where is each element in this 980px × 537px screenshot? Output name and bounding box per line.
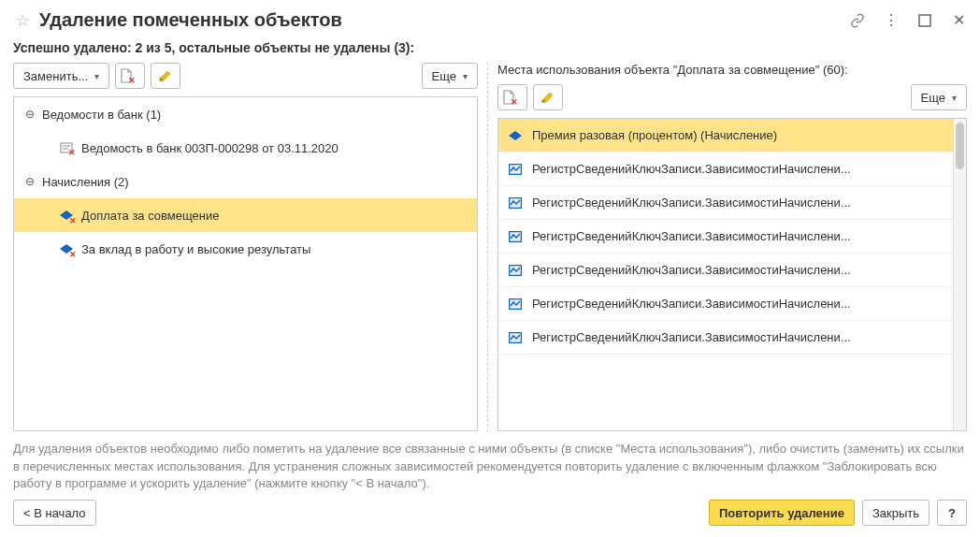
register-icon bbox=[508, 196, 523, 210]
more-button-left[interactable]: Еще bbox=[422, 63, 478, 89]
help-button[interactable]: ? bbox=[937, 500, 967, 526]
close-icon[interactable]: ✕ bbox=[950, 12, 967, 29]
tree-item-label: За вклад в работу и высокие результаты bbox=[81, 242, 310, 256]
repeat-delete-button[interactable]: Повторить удаление bbox=[709, 500, 855, 526]
tree-group-label: Начисления (2) bbox=[42, 175, 129, 189]
info-text: Для удаления объектов необходимо либо по… bbox=[13, 441, 967, 492]
usage-row[interactable]: РегистрСведенийКлючЗаписи.ЗависимостиНач… bbox=[498, 152, 953, 186]
accrual-marked-icon bbox=[59, 241, 74, 256]
tree-item-label: Доплата за совмещение bbox=[81, 209, 219, 223]
usage-row[interactable]: РегистрСведенийКлючЗаписи.ЗависимостиНач… bbox=[498, 186, 953, 220]
status-text: Успешно удалено: 2 из 5, остальные объек… bbox=[13, 40, 967, 55]
tree-item-bank-doc[interactable]: Ведомость в банк 003П-000298 от 03.11.20… bbox=[14, 131, 477, 165]
accrual-marked-icon bbox=[59, 208, 74, 223]
edit-button-right[interactable] bbox=[533, 84, 563, 110]
tree-group-label: Ведомости в банк (1) bbox=[42, 108, 161, 122]
tree-group-accruals[interactable]: ⊖ Начисления (2) bbox=[14, 165, 477, 198]
usage-header: Места использования объекта "Доплата за … bbox=[497, 63, 967, 77]
edit-button[interactable] bbox=[151, 63, 180, 89]
usage-row[interactable]: РегистрСведенийКлючЗаписи.ЗависимостиНач… bbox=[498, 287, 953, 321]
page-title: Удаление помеченных объектов bbox=[39, 9, 849, 31]
tree-group-bank[interactable]: ⊖ Ведомости в банк (1) bbox=[14, 97, 477, 131]
replace-button[interactable]: Заменить... bbox=[13, 63, 109, 89]
kebab-menu-icon[interactable]: ⋮ bbox=[883, 12, 900, 29]
document-marked-icon bbox=[59, 140, 74, 155]
usage-label: Премия разовая (процентом) (Начисление) bbox=[532, 128, 944, 142]
svg-rect-1 bbox=[61, 143, 72, 152]
maximize-icon[interactable] bbox=[916, 12, 933, 29]
scrollbar-thumb[interactable] bbox=[956, 123, 964, 169]
usage-row[interactable]: РегистрСведенийКлючЗаписи.ЗависимостиНач… bbox=[498, 321, 953, 355]
usage-row[interactable]: Премия разовая (процентом) (Начисление) bbox=[498, 119, 953, 152]
usage-row[interactable]: РегистрСведенийКлючЗаписи.ЗависимостиНач… bbox=[498, 220, 953, 254]
usage-row[interactable]: РегистрСведенийКлючЗаписи.ЗависимостиНач… bbox=[498, 254, 953, 287]
link-icon[interactable] bbox=[849, 12, 866, 29]
more-button-right[interactable]: Еще bbox=[911, 84, 967, 110]
register-icon bbox=[508, 297, 523, 312]
delete-mark-button[interactable] bbox=[115, 63, 145, 89]
collapse-icon[interactable]: ⊖ bbox=[23, 108, 36, 121]
back-button[interactable]: < В начало bbox=[13, 500, 96, 526]
document-delete-icon bbox=[501, 90, 516, 105]
usage-label: РегистрСведенийКлючЗаписи.ЗависимостиНач… bbox=[532, 263, 944, 277]
scrollbar[interactable] bbox=[953, 119, 966, 430]
right-pane: Места использования объекта "Доплата за … bbox=[488, 63, 967, 431]
tree-item-label: Ведомость в банк 003П-000298 от 03.11.20… bbox=[81, 141, 339, 155]
tree-item-accrual-2[interactable]: За вклад в работу и высокие результаты bbox=[14, 232, 477, 266]
register-icon bbox=[508, 330, 523, 345]
register-icon bbox=[508, 162, 523, 177]
usage-label: РегистрСведенийКлючЗаписи.ЗависимостиНач… bbox=[532, 196, 944, 210]
objects-tree[interactable]: ⊖ Ведомости в банк (1) Ведомость в банк … bbox=[13, 96, 478, 431]
register-icon bbox=[508, 263, 523, 278]
document-delete-icon bbox=[119, 68, 134, 83]
accrual-icon bbox=[508, 128, 523, 143]
collapse-icon[interactable]: ⊖ bbox=[23, 175, 36, 188]
favorite-star-icon[interactable]: ☆ bbox=[13, 11, 32, 30]
register-icon bbox=[508, 229, 523, 244]
tree-item-accrual-1[interactable]: Доплата за совмещение bbox=[14, 198, 477, 232]
svg-rect-0 bbox=[919, 15, 930, 26]
usage-label: РегистрСведенийКлючЗаписи.ЗависимостиНач… bbox=[532, 330, 944, 344]
delete-mark-button-right[interactable] bbox=[497, 84, 527, 110]
usage-list[interactable]: Премия разовая (процентом) (Начисление) … bbox=[497, 118, 967, 431]
usage-label: РегистрСведенийКлючЗаписи.ЗависимостиНач… bbox=[532, 297, 944, 311]
usage-label: РегистрСведенийКлючЗаписи.ЗависимостиНач… bbox=[532, 229, 944, 243]
usage-label: РегистрСведенийКлючЗаписи.ЗависимостиНач… bbox=[532, 162, 944, 176]
left-pane: Заменить... Еще ⊖ Ведомости в банк (1) bbox=[13, 63, 488, 431]
close-button[interactable]: Закрыть bbox=[862, 500, 930, 526]
